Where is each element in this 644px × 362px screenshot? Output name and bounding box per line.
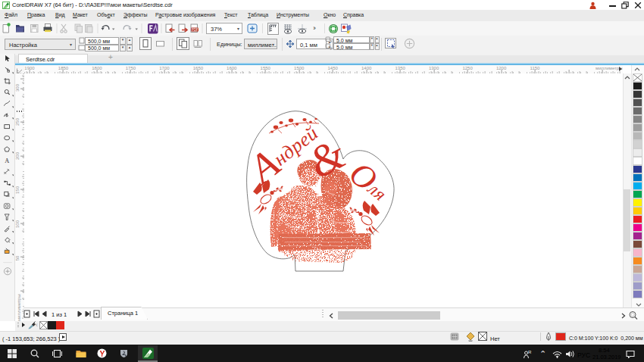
svg-text:R: R (528, 350, 532, 354)
svg-text:PDF: PDF (192, 28, 199, 32)
svg-text:x: x (330, 39, 333, 43)
svg-text:1 из 1: 1 из 1 (52, 311, 67, 318)
svg-text:A: A (5, 158, 9, 164)
svg-text:y: y (330, 45, 333, 50)
